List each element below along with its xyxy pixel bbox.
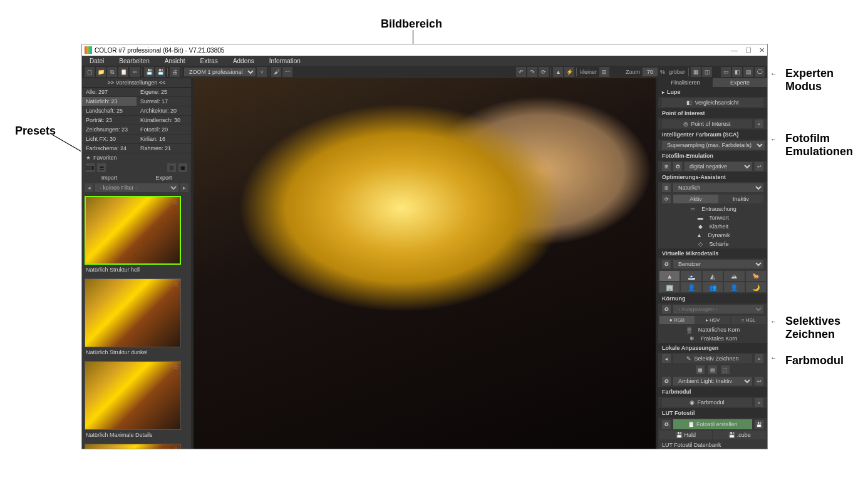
lokale-prev-icon[interactable]: ◂ [662, 354, 671, 363]
lut-create-button[interactable]: 📋 Fotostil erstellen [673, 419, 752, 429]
warning-icon[interactable]: ▲ [553, 67, 563, 77]
koernung-dropdown[interactable]: - Ausgewogen - [673, 305, 763, 314]
sharpen-icon[interactable]: ◇ [696, 241, 704, 247]
inaktiv-button[interactable]: Inaktiv [718, 195, 763, 203]
menu-datei[interactable]: Datei [82, 58, 111, 64]
lupe-header[interactable]: ▸Lupe [658, 87, 767, 97]
foto-opt-icon[interactable]: ⊞ [662, 162, 671, 171]
md-icon-8[interactable]: 👥 [703, 282, 723, 292]
star-icon[interactable]: ☆ [172, 198, 178, 207]
maximize-button[interactable]: ☐ [745, 46, 752, 54]
cube-button[interactable]: 💾 .cube [713, 431, 766, 439]
frakkorn-icon[interactable]: ❄ [688, 335, 696, 342]
foto-info-icon[interactable]: ✪ [673, 162, 682, 171]
vergleich-button[interactable]: ◧Vergleichsansicht [662, 98, 763, 107]
sort-icon[interactable]: ⊞ [167, 163, 176, 172]
slider-icon[interactable]: ⊟ [599, 67, 609, 77]
foto-reset-icon[interactable]: ↩ [755, 162, 763, 171]
star-icon[interactable]: ☆ [173, 363, 179, 371]
list-view-icon[interactable]: ☰ [97, 163, 106, 172]
hsv-button[interactable]: ▸ HSV [695, 316, 730, 324]
cat-alle[interactable]: Alle: 297 [82, 88, 137, 97]
filter-prev-icon[interactable]: ◂ [85, 183, 93, 192]
monitor-icon[interactable]: 🖵 [755, 67, 765, 77]
mask-icon-1[interactable]: ▦ [696, 365, 705, 374]
cat-zeichnungen[interactable]: Zeichnungen: 23 [82, 125, 137, 135]
menu-extras[interactable]: Extras [193, 58, 225, 64]
preset-thumb-3[interactable]: ☆ [85, 444, 181, 449]
md-icon-10[interactable]: 🌙 [746, 282, 766, 292]
cat-portraet[interactable]: Porträt: 23 [82, 116, 137, 125]
farbmodul-button[interactable]: ◉Farbmodul [662, 398, 752, 407]
refresh-icon[interactable]: ⟳ [539, 67, 549, 77]
preset-thumb-0[interactable]: ☆ [85, 196, 181, 265]
md-icon-3[interactable]: ◭ [703, 271, 723, 281]
new-icon[interactable]: ▢ [85, 67, 95, 77]
grid-icon[interactable]: ▦ [691, 67, 701, 77]
print-icon[interactable]: 🖨 [170, 67, 180, 77]
cat-fotostil[interactable]: Fotostil: 20 [137, 125, 191, 135]
fotofilm-dropdown[interactable]: digital negative [685, 162, 752, 171]
selektiv-reset-icon[interactable]: × [755, 354, 763, 363]
mikro-dropdown[interactable]: Benutzer [673, 260, 763, 268]
ambient-reset-icon[interactable]: ↩ [755, 377, 763, 385]
cat-kuenstlerisch[interactable]: Künstlerisch: 30 [137, 116, 191, 125]
cat-eigene[interactable]: Eigene: 25 [137, 88, 191, 97]
lut-opt-icon[interactable]: ✪ [662, 420, 671, 429]
copy-icon[interactable]: ⧉ [107, 67, 117, 77]
save-icon[interactable]: 💾 [144, 67, 154, 77]
save-as-icon[interactable]: 💾 [155, 67, 165, 77]
compare-icon[interactable]: ◧ [732, 67, 742, 77]
cat-landschaft[interactable]: Landschaft: 25 [82, 106, 137, 116]
menu-ansicht[interactable]: Ansicht [157, 58, 193, 64]
menu-bearbeiten[interactable]: Bearbeiten [111, 58, 157, 64]
tab-experte[interactable]: Experte [713, 78, 767, 87]
image-canvas-area[interactable] [194, 78, 656, 449]
menu-addons[interactable]: Addons [225, 58, 262, 64]
cat-natuerlich[interactable]: Natürlich: 23 [82, 97, 137, 106]
hsl-button[interactable]: ○ HSL [731, 316, 766, 324]
mask-icon-3[interactable]: ⬚ [721, 365, 730, 374]
cat-architektur[interactable]: Architektur: 20 [137, 106, 191, 116]
opt-grid-icon[interactable]: ⊞ [662, 183, 671, 192]
md-icon-5[interactable]: 🐎 [746, 271, 766, 281]
natkorn-icon[interactable]: ▒ [686, 327, 693, 333]
filter-next-icon[interactable]: ▸ [180, 183, 189, 192]
ambient-dropdown[interactable]: Ambient Light: Inaktiv [673, 377, 752, 385]
close-button[interactable]: ✕ [759, 46, 765, 54]
thumb-size-icon[interactable]: ▦ [178, 163, 187, 172]
md-icon-6[interactable]: 🏢 [659, 282, 679, 292]
md-icon-4[interactable]: ⛰ [724, 271, 744, 281]
tab-finalisieren[interactable]: Finalisieren [658, 78, 713, 87]
cat-surreal[interactable]: Surreal: 17 [137, 97, 191, 106]
rgb-button[interactable]: ● RGB [659, 316, 695, 324]
paste-icon[interactable]: 📋 [118, 67, 128, 77]
poi-reset-icon[interactable]: × [755, 120, 763, 128]
preset-thumb-2[interactable]: ☆ [85, 361, 181, 430]
mask-icon-2[interactable]: ▤ [708, 365, 717, 374]
star-icon[interactable]: ☆ [173, 446, 179, 449]
cat-kirlian[interactable]: Kirlian: 16 [137, 135, 191, 144]
curve-icon[interactable]: 〰 [282, 67, 292, 77]
md-icon-7[interactable]: 👤 [681, 282, 701, 292]
hald-button[interactable]: 💾 Hald [659, 431, 712, 439]
favorites-row[interactable]: Favoriten [82, 153, 191, 162]
poi-button[interactable]: ◎Point of Interest [662, 120, 752, 128]
cat-farbschema[interactable]: Farbschema: 24 [82, 144, 137, 153]
menu-information[interactable]: Information [262, 58, 308, 64]
filter-dropdown[interactable]: - keinen Filter - [95, 183, 178, 192]
undo-icon[interactable]: ↶ [516, 67, 526, 77]
minimize-button[interactable]: — [731, 46, 738, 54]
open-icon[interactable]: 📁 [96, 67, 106, 77]
dynamic-icon[interactable]: ▲ [695, 232, 703, 238]
opt-refresh-icon[interactable]: ⟳ [662, 195, 671, 203]
lut-save-icon[interactable]: 💾 [755, 420, 763, 429]
zoom-value-input[interactable] [643, 68, 658, 76]
ambient-opt-icon[interactable]: ✪ [662, 377, 671, 385]
grid-view-icon[interactable]: ⊞⊞ [86, 163, 95, 172]
md-icon-1[interactable]: ▲ [659, 271, 679, 281]
mikro-opt-icon[interactable]: ✪ [662, 260, 671, 268]
cat-rahmen[interactable]: Rahmen: 21 [137, 144, 191, 153]
screen-icon[interactable]: ▭ [721, 67, 731, 77]
sca-dropdown[interactable]: Supersampling (max. Farbdetails) [662, 141, 765, 150]
